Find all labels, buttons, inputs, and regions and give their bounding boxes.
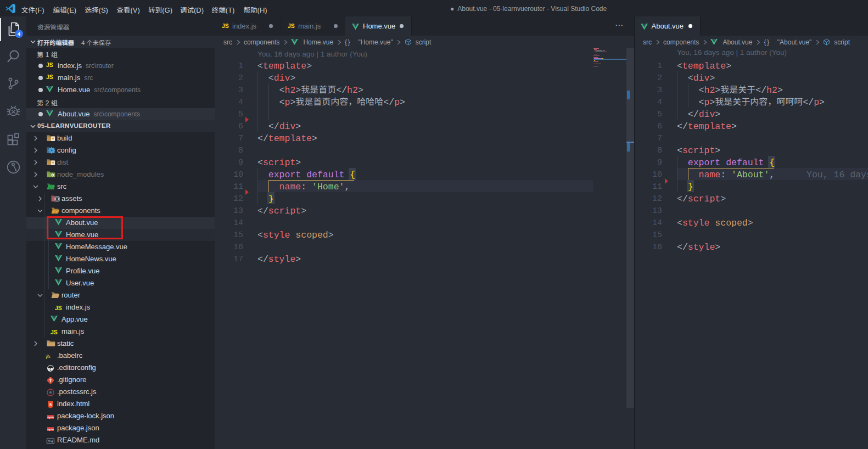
svg-text:5: 5 [49,402,52,407]
svg-text:npm: npm [47,428,54,431]
svg-text:npm: npm [47,416,54,419]
